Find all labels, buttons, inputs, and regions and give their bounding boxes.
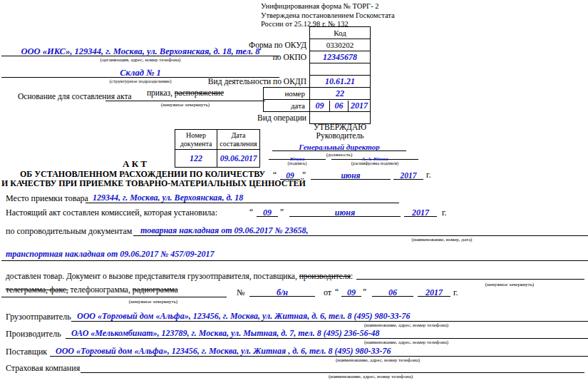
- shipper-label: Грузоотправитель: [6, 312, 71, 322]
- message-caption: (ненужное зачеркнуть): [78, 299, 228, 305]
- approve-month-line: июня: [311, 168, 391, 180]
- date-year: 2017: [349, 101, 370, 111]
- accompanying-value: товарная накладная от 09.06.2017 № 23658…: [140, 225, 309, 235]
- message-number-line: б/н: [249, 285, 315, 297]
- place-value: 129344, г. Москва, ул. Верхоянская, д. 1…: [93, 193, 243, 203]
- commission-label: Настоящий акт составлен комиссией, котор…: [6, 208, 217, 218]
- approve-year-suffix: г.: [426, 170, 430, 179]
- commission-month-line: июня: [289, 205, 401, 217]
- producer-label: Производитель: [6, 329, 61, 339]
- place-label: Место приемки товара: [6, 193, 88, 204]
- transport-value-line: транспортная накладная от 09.06.2017 № 4…: [1, 247, 588, 261]
- doc-number-header: Номер документа: [175, 129, 217, 150]
- commission-year-suffix: г.: [442, 208, 447, 218]
- approve-position-line: Генеральный директор: [272, 140, 406, 151]
- producer-value-line: ОАО «Мелькомбинат», 123789, г. Москва, у…: [66, 326, 588, 339]
- approve-name-caption: (расшифровка подписи): [331, 160, 418, 165]
- okud-value-cell: 0330202: [309, 39, 371, 51]
- message-words-line: телеграмма, факс, телефонограмма, радиог…: [1, 285, 227, 297]
- insurance-label: Страховая компания: [6, 363, 80, 374]
- place-value-line: 129344, г. Москва, ул. Верхоянская, д. 1…: [86, 190, 399, 203]
- basis-value-plain: приказ,: [147, 88, 172, 97]
- accompanying-value-line: товарная накладная от 09.06.2017 № 23658…: [133, 223, 588, 236]
- date-month: 06: [329, 101, 349, 111]
- message-quote-close: ”: [363, 287, 366, 296]
- message-number-value: б/н: [277, 287, 288, 297]
- delivered-text: доставлен товар. Документ о вызове предс…: [6, 272, 353, 280]
- basis-value-line: приказ, распоряжение: [105, 88, 265, 101]
- approve-year-line: 2017: [393, 168, 423, 180]
- code-table-kod-header: Код: [309, 26, 371, 39]
- delivered-caption: (ненужное зачеркнуть): [435, 282, 584, 287]
- message-day-line: 09: [341, 285, 361, 297]
- supplier-label: Поставщик: [6, 347, 47, 357]
- basis-caption: (ненужное зачеркнуть): [105, 102, 265, 108]
- supplier-value-line: ООО «Торговый дом «Альфа», 123456, г. Мо…: [50, 344, 588, 357]
- insurance-caption: (наименование, адрес, номер телефона): [228, 374, 513, 379]
- approve-role: Руководитель: [277, 131, 403, 140]
- message-year-line: 2017: [418, 285, 450, 297]
- form-header-line2: Утверждена постановлением Госкомстата: [261, 11, 395, 21]
- commission-day-line: 09: [257, 205, 278, 217]
- message-number-label: №: [237, 287, 244, 298]
- shipper-value-line: ООО «Торговый дом «Альфа», 123456, г. Мо…: [71, 309, 588, 322]
- transport-value: транспортная накладная от 09.06.2017 № 4…: [6, 249, 215, 259]
- message-struck2: радиограмма: [133, 285, 178, 294]
- delivered-blank-line: [356, 269, 584, 280]
- insurance-blank-line: [81, 360, 584, 373]
- commission-quote-close: ”: [280, 208, 284, 216]
- empty-code-cell: [309, 63, 371, 76]
- doc-date-value: 09.06.2017: [217, 149, 260, 168]
- shipper-value: ООО «Торговый дом «Альфа», 123456, г. Мо…: [77, 311, 410, 321]
- act-subtitle-line2: И КАЧЕСТВУ ПРИ ПРИЕМКЕ ТОВАРНО-МАТЕРИАЛЬ…: [1, 178, 306, 189]
- message-plain: телефонограмма,: [71, 285, 130, 294]
- torg2-form-page: Унифицированная форма № ТОРГ- 2 Утвержде…: [0, 0, 588, 383]
- message-from-label: от: [324, 287, 331, 298]
- approve-name-line: А. А. Юнгов: [331, 150, 418, 160]
- form-header-line1: Унифицированная форма № ТОРГ- 2: [261, 2, 395, 11]
- organization-value: ООО «ИКС», 129344, г. Москва, ул. Верхоя…: [21, 46, 259, 56]
- commission-quote-open: “: [249, 208, 253, 216]
- form-header: Унифицированная форма № ТОРГ- 2 Утвержде…: [261, 2, 395, 29]
- message-month-line: 06: [372, 285, 413, 297]
- delivered-struck: производителя: [299, 272, 351, 280]
- date-value-cell: 09 06 2017: [309, 99, 371, 112]
- supplier-value: ООО «Торговый дом «Альфа», 123456, г. Мо…: [56, 346, 391, 356]
- basis-value-struck: распоряжение: [175, 88, 224, 97]
- date-day: 09: [310, 101, 329, 111]
- approve-signature-caption: (подпись): [269, 160, 326, 165]
- division-line: Склад № 1: [1, 66, 279, 78]
- message-year-suffix: г.: [453, 287, 458, 298]
- number-value-cell: 22: [309, 87, 371, 100]
- okdp-value-cell: 10.61.21: [309, 75, 371, 88]
- nomer-label-cell: номер: [263, 87, 310, 100]
- division-caption: (структурное подразделение): [1, 78, 279, 84]
- approve-title: УТВЕРЖДАЮ: [277, 123, 403, 131]
- organization-caption: (организация, адрес, номер телефона): [1, 57, 279, 63]
- approve-signature-line: Юнгов: [269, 150, 326, 160]
- act-title: А К Т: [123, 158, 147, 170]
- commission-year-line: 2017: [404, 205, 437, 217]
- message-struck1: телеграмма, факс,: [6, 285, 68, 294]
- division-value: Склад № 1: [120, 68, 161, 78]
- vid-operacii-label: Вид операции: [200, 113, 306, 122]
- doc-number-value: 122: [175, 149, 217, 168]
- doc-date-header: Дата составления: [217, 129, 260, 150]
- producer-value: ОАО «Мелькомбинат», 123789, г. Москва, у…: [71, 328, 380, 338]
- accompanying-caption: (наименование, номер, дата): [299, 237, 584, 242]
- message-quote-open: “: [335, 287, 339, 296]
- accompanying-label: по сопроводительным документам: [6, 226, 132, 237]
- organization-line: ООО «ИКС», 129344, г. Москва, ул. Верхоя…: [1, 44, 279, 56]
- data-label-cell: дата: [263, 99, 310, 112]
- okpo-value-cell: 12345678: [309, 51, 371, 63]
